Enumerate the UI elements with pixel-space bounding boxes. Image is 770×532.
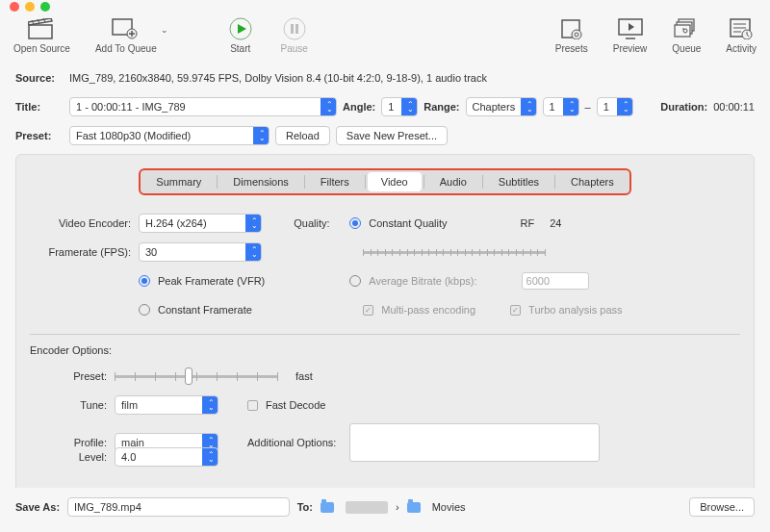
activity-label: Activity: [726, 43, 757, 54]
multipass-checkbox: [363, 305, 373, 316]
fast-decode-checkbox[interactable]: [247, 400, 258, 411]
svg-rect-0: [29, 25, 52, 38]
path-separator: ›: [396, 501, 399, 513]
angle-select[interactable]: 1: [381, 97, 418, 116]
queue-add-icon: [112, 17, 141, 40]
pause-label: Pause: [281, 43, 308, 54]
open-source-button[interactable]: Open Source: [13, 17, 70, 54]
open-source-label: Open Source: [13, 43, 70, 54]
constant-fr-radio[interactable]: [139, 304, 150, 316]
constant-quality-label: Constant Quality: [369, 217, 447, 229]
close-icon[interactable]: [10, 2, 19, 12]
svg-marker-9: [238, 24, 246, 34]
add-to-queue-label: Add To Queue: [95, 43, 157, 54]
video-encoder-select[interactable]: H.264 (x264): [139, 214, 262, 233]
constant-quality-radio[interactable]: [349, 217, 361, 229]
range-dash: –: [585, 101, 591, 113]
tab-subtitles[interactable]: Subtitles: [485, 172, 552, 191]
range-mode-select[interactable]: Chapters: [466, 97, 537, 116]
avg-bitrate-label: Average Bitrate (kbps):: [369, 275, 476, 287]
queue-button[interactable]: Queue: [672, 17, 701, 54]
quality-label: Quality:: [294, 217, 342, 229]
tab-chapters[interactable]: Chapters: [557, 172, 628, 191]
presets-label: Presets: [555, 43, 588, 54]
rf-label: RF: [521, 217, 535, 229]
start-button[interactable]: Start: [226, 17, 255, 54]
add-to-queue-button[interactable]: Add To Queue ⌄: [95, 17, 157, 54]
title-select[interactable]: 1 - 00:00:11 - IMG_789: [69, 97, 337, 116]
main-toolbar: Open Source Add To Queue ⌄ Start Pause P…: [0, 13, 770, 63]
bottom-bar: Save As: IMG_789.mp4 To: › Movies Browse…: [0, 488, 770, 532]
activity-button[interactable]: Activity: [726, 17, 757, 54]
constant-fr-label: Constant Framerate: [158, 304, 252, 316]
level-label: Level:: [30, 451, 107, 463]
peak-vfr-radio[interactable]: [139, 275, 150, 287]
svg-point-14: [572, 30, 581, 39]
preset-select[interactable]: Fast 1080p30 (Modified): [69, 126, 270, 145]
folder-icon: [407, 502, 421, 513]
queue-label: Queue: [672, 43, 701, 54]
reload-button[interactable]: Reload: [275, 126, 330, 145]
eo-preset-value: fast: [295, 370, 313, 382]
chevron-down-icon[interactable]: ⌄: [161, 25, 168, 35]
source-text: IMG_789, 2160x3840, 59.9745 FPS, Dolby V…: [69, 72, 487, 84]
save-as-input[interactable]: IMG_789.mp4: [67, 497, 290, 517]
svg-rect-21: [675, 25, 690, 37]
settings-panel: Summary Dimensions Filters Video Audio S…: [15, 154, 755, 519]
rf-value: 24: [550, 217, 561, 229]
tab-video[interactable]: Video: [368, 172, 422, 191]
encoder-options-heading: Encoder Options:: [30, 344, 740, 356]
level-select[interactable]: 4.0: [115, 447, 218, 467]
angle-label: Angle:: [343, 101, 375, 113]
framerate-select[interactable]: 30: [139, 242, 262, 262]
tune-select[interactable]: film: [115, 395, 218, 415]
redacted-path: [346, 501, 388, 514]
tab-dimensions[interactable]: Dimensions: [219, 172, 301, 191]
multipass-label: Multi-pass encoding: [381, 304, 475, 316]
svg-rect-12: [295, 24, 298, 34]
range-label: Range:: [424, 101, 459, 113]
rf-slider[interactable]: [363, 251, 546, 254]
encoder-preset-slider[interactable]: [115, 375, 278, 378]
svg-marker-17: [629, 23, 634, 31]
clapperboard-icon: [27, 17, 56, 40]
preview-label: Preview: [613, 43, 648, 54]
framerate-label: Framerate (FPS):: [30, 246, 131, 258]
tab-filters[interactable]: Filters: [307, 172, 363, 191]
avg-bitrate-radio[interactable]: [349, 275, 361, 287]
window-titlebar: [0, 0, 770, 13]
duration-value: 00:00:11: [713, 101, 755, 113]
destination-folder: Movies: [432, 501, 466, 513]
start-label: Start: [230, 43, 250, 54]
monitor-play-icon: [616, 17, 645, 40]
tab-summary[interactable]: Summary: [142, 172, 215, 191]
svg-rect-11: [291, 24, 294, 34]
stack-icon: [672, 17, 701, 40]
fast-decode-label: Fast Decode: [266, 399, 325, 411]
presets-button[interactable]: Presets: [555, 17, 588, 54]
bitrate-input: 6000: [522, 272, 589, 290]
turbo-checkbox: [510, 305, 521, 316]
activity-log-icon: [727, 17, 756, 40]
preset-label: Preset:: [15, 130, 64, 141]
title-label: Title:: [15, 101, 64, 113]
range-from-select[interactable]: 1: [543, 97, 579, 116]
peak-vfr-label: Peak Framerate (VFR): [158, 275, 265, 287]
tune-label: Tune:: [30, 399, 107, 411]
eo-preset-label: Preset:: [30, 370, 107, 382]
browse-button[interactable]: Browse...: [689, 497, 755, 517]
preview-button[interactable]: Preview: [613, 17, 648, 54]
pause-icon: [280, 17, 309, 40]
duration-label: Duration:: [660, 101, 707, 113]
save-new-preset-button[interactable]: Save New Preset...: [336, 126, 448, 145]
folder-icon: [321, 502, 334, 513]
tab-bar: Summary Dimensions Filters Video Audio S…: [139, 168, 630, 195]
turbo-label: Turbo analysis pass: [528, 304, 622, 316]
minimize-icon[interactable]: [25, 2, 35, 12]
range-to-select[interactable]: 1: [597, 97, 633, 116]
tab-audio[interactable]: Audio: [426, 172, 480, 191]
to-label: To:: [297, 501, 313, 513]
svg-point-10: [284, 18, 305, 39]
source-label: Source:: [15, 72, 64, 84]
zoom-icon[interactable]: [40, 2, 50, 12]
